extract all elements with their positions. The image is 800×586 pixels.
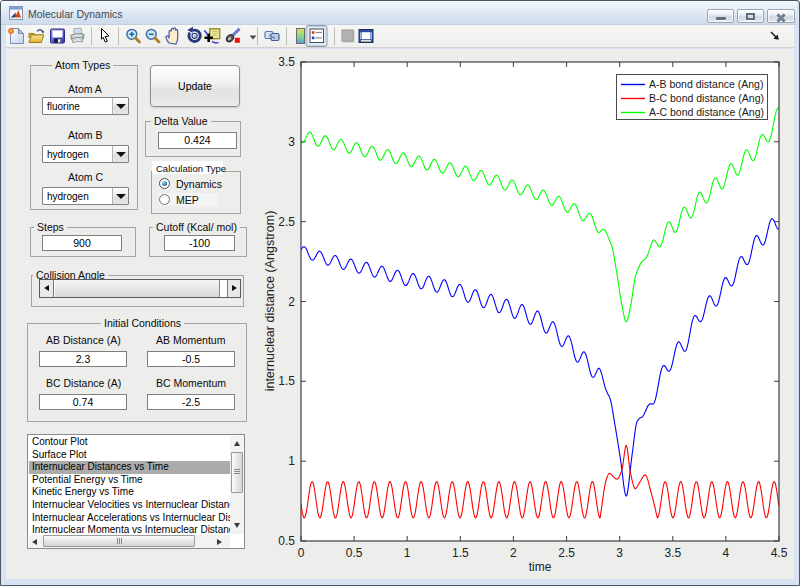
svg-text:0: 0: [298, 546, 305, 560]
svg-text:1: 1: [404, 546, 411, 560]
svg-text:A-C bond distance (Ang): A-C bond distance (Ang): [649, 106, 764, 118]
svg-text:B-C bond distance (Ang): B-C bond distance (Ang): [649, 92, 764, 104]
svg-text:1.5: 1.5: [278, 374, 295, 388]
svg-text:2.5: 2.5: [558, 546, 575, 560]
svg-text:3.5: 3.5: [278, 55, 295, 69]
svg-text:0.5: 0.5: [346, 546, 363, 560]
svg-text:2.5: 2.5: [278, 215, 295, 229]
svg-text:A-B bond distance (Ang): A-B bond distance (Ang): [649, 78, 763, 90]
svg-text:0.5: 0.5: [278, 534, 295, 548]
svg-text:3: 3: [616, 546, 623, 560]
svg-text:time: time: [529, 560, 552, 574]
svg-text:4.5: 4.5: [771, 546, 788, 560]
svg-text:4: 4: [723, 546, 730, 560]
svg-text:3.5: 3.5: [664, 546, 681, 560]
svg-text:2: 2: [510, 546, 517, 560]
svg-text:3: 3: [288, 135, 295, 149]
svg-text:1: 1: [288, 454, 295, 468]
svg-text:1.5: 1.5: [452, 546, 469, 560]
svg-text:internuclear distance (Angstro: internuclear distance (Angstrom): [263, 211, 277, 392]
svg-text:2: 2: [288, 295, 295, 309]
